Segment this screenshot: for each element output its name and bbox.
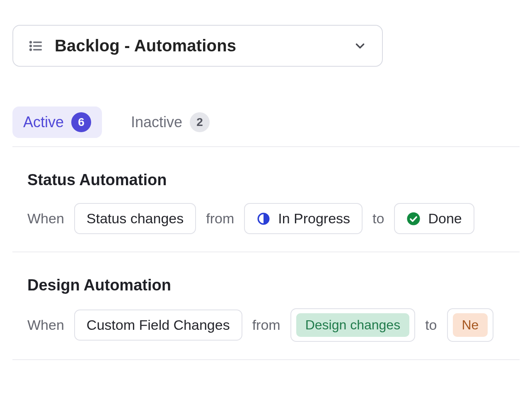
svg-point-7 <box>407 212 420 225</box>
trigger-label: Status changes <box>87 210 184 227</box>
automation-section: Status Automation When Status changes fr… <box>12 147 520 252</box>
rule-when-label: When <box>27 210 64 227</box>
tab-inactive[interactable]: Inactive 2 <box>120 106 220 138</box>
from-field-pill[interactable]: Design changes <box>290 308 415 342</box>
rule-to-label: to <box>425 317 437 333</box>
to-status-pill[interactable]: Done <box>394 203 474 234</box>
svg-point-4 <box>30 49 31 50</box>
tab-inactive-label: Inactive <box>131 114 182 131</box>
tab-active-label: Active <box>23 114 64 131</box>
tab-active[interactable]: Active 6 <box>12 106 102 138</box>
done-check-icon <box>406 212 421 226</box>
rule-from-label: from <box>206 210 234 227</box>
to-field-tag: Ne <box>453 313 488 337</box>
trigger-label: Custom Field Changes <box>87 317 230 333</box>
section-title: Status Automation <box>27 171 520 189</box>
list-icon <box>28 39 43 53</box>
svg-point-2 <box>30 45 31 46</box>
tabs: Active 6 Inactive 2 <box>12 106 520 147</box>
to-status-label: Done <box>428 210 462 227</box>
from-status-label: In Progress <box>278 210 350 227</box>
view-selector-dropdown[interactable]: Backlog - Automations <box>12 25 383 67</box>
dropdown-left: Backlog - Automations <box>28 36 236 55</box>
trigger-pill[interactable]: Status changes <box>74 203 196 234</box>
from-field-tag: Design changes <box>296 313 409 337</box>
dropdown-title: Backlog - Automations <box>55 36 236 55</box>
rule-row: When Custom Field Changes from Design ch… <box>27 308 520 342</box>
trigger-pill[interactable]: Custom Field Changes <box>74 310 242 341</box>
in-progress-icon <box>256 212 271 226</box>
section-title: Design Automation <box>27 276 520 294</box>
rule-when-label: When <box>27 317 64 333</box>
rule-row: When Status changes from In Progress to <box>27 203 520 234</box>
to-field-pill[interactable]: Ne <box>447 308 494 342</box>
rule-from-label: from <box>252 317 281 333</box>
svg-point-0 <box>30 41 31 43</box>
chevron-down-icon <box>353 39 367 53</box>
tab-inactive-count: 2 <box>190 112 210 132</box>
tab-active-count: 6 <box>71 112 91 132</box>
automation-section: Design Automation When Custom Field Chan… <box>12 252 520 360</box>
from-status-pill[interactable]: In Progress <box>244 203 363 234</box>
rule-to-label: to <box>372 210 384 227</box>
